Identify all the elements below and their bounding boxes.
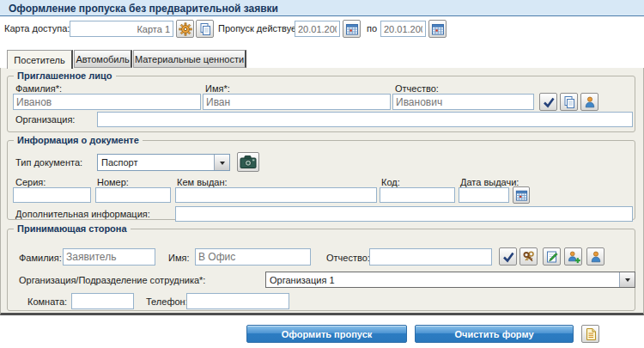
- clear-form-button[interactable]: Очистить форму: [415, 325, 574, 343]
- host-firstname-input[interactable]: [195, 248, 311, 266]
- code-input[interactable]: [380, 187, 455, 203]
- invited-lastname-input[interactable]: [13, 94, 201, 110]
- encode-card-button[interactable]: [176, 20, 194, 38]
- check-icon: [542, 95, 556, 109]
- document-info-legend: Информация о документе: [14, 135, 143, 146]
- host-middlename-label: Отчество:: [326, 253, 370, 264]
- valid-to-label: по: [367, 23, 377, 34]
- person-add-icon: [567, 250, 580, 264]
- copy-card-button[interactable]: [196, 20, 214, 38]
- date-to-calendar-button[interactable]: [428, 20, 447, 38]
- date-from-calendar-button[interactable]: [343, 20, 361, 38]
- doc-type-value: Паспорт: [101, 157, 138, 168]
- tab-visitor[interactable]: Посетитель: [7, 50, 73, 69]
- host-organization-select[interactable]: Организация 1: [265, 272, 635, 288]
- issue-date-input[interactable]: [459, 187, 509, 203]
- phone-input[interactable]: [186, 293, 289, 309]
- tab-vehicle-label: Автомобиль: [76, 54, 129, 64]
- confirm-host-button[interactable]: [499, 247, 517, 266]
- series-input[interactable]: [13, 187, 91, 203]
- select-person-button[interactable]: [580, 93, 598, 111]
- page-title: Оформление пропуска без предварительной …: [9, 3, 278, 15]
- card-access-input[interactable]: [70, 21, 173, 37]
- invited-firstname-input[interactable]: [203, 94, 391, 110]
- additional-info-input[interactable]: [175, 206, 633, 222]
- phone-label: Телефон:: [146, 296, 188, 308]
- host-organization-value: Организация 1: [270, 275, 335, 285]
- calendar-icon: [431, 22, 445, 36]
- host-lastname-label: Фамилия:: [19, 253, 62, 264]
- person-icon: [583, 95, 597, 109]
- edit-icon: [545, 250, 559, 264]
- calendar-icon: [345, 22, 359, 36]
- check-icon: [501, 250, 515, 264]
- doc-type-select[interactable]: Паспорт: [97, 154, 230, 171]
- doc-type-label: Тип документа:: [15, 157, 82, 168]
- chevron-down-icon: [214, 155, 229, 170]
- copy-invited-person-button[interactable]: [560, 93, 578, 111]
- host-lastname-input[interactable]: [63, 248, 155, 266]
- copy-icon: [198, 22, 212, 36]
- select-host-person-button[interactable]: [586, 247, 605, 266]
- camera-icon: [240, 155, 257, 169]
- date-to-input[interactable]: [380, 21, 426, 37]
- chevron-down-icon: [619, 272, 635, 287]
- host-party-legend: Принимающая сторона: [14, 223, 131, 235]
- gear-icon: [179, 22, 192, 36]
- card-access-label: Карта доступа:: [4, 23, 70, 34]
- calendar-icon: [515, 189, 528, 202]
- issue-pass-button[interactable]: Оформить пропуск: [246, 325, 407, 343]
- number-input[interactable]: [95, 187, 171, 203]
- keys-icon: [522, 250, 536, 264]
- issued-by-input[interactable]: [175, 187, 377, 203]
- room-label: Комната:: [27, 296, 67, 308]
- access-keys-button[interactable]: [519, 247, 538, 266]
- additional-info-label: Дополнительная информация:: [15, 209, 150, 220]
- report-button[interactable]: [581, 325, 599, 343]
- host-middlename-input[interactable]: [369, 248, 492, 266]
- document-icon: [585, 327, 597, 341]
- invited-person-legend: Приглашенное лицо: [14, 70, 116, 82]
- invited-organization-label: Организация:: [15, 114, 75, 125]
- host-firstname-label: Имя:: [168, 253, 189, 264]
- invited-organization-input[interactable]: [97, 112, 633, 127]
- copy-icon: [562, 95, 576, 109]
- room-input[interactable]: [71, 293, 134, 309]
- person-icon: [589, 250, 603, 264]
- edit-host-button[interactable]: [543, 247, 561, 266]
- tab-vehicle[interactable]: Автомобиль: [74, 50, 132, 68]
- invited-middlename-input[interactable]: [392, 94, 534, 110]
- tab-visitor-label: Посетитель: [14, 55, 64, 65]
- add-person-button[interactable]: [564, 247, 582, 266]
- tab-material-values-label: Материальные ценности: [135, 54, 244, 64]
- page-header: Оформление пропуска без предварительной …: [0, 0, 644, 16]
- pass-registration-window: Оформление пропуска без предварительной …: [0, 0, 644, 348]
- tab-material-values[interactable]: Материальные ценности: [133, 50, 246, 68]
- date-from-input[interactable]: [295, 21, 340, 37]
- confirm-invited-person-button[interactable]: [539, 93, 557, 111]
- host-organization-label: Организация/Подразделение сотрудника*:: [19, 275, 205, 286]
- issue-date-calendar-button[interactable]: [513, 186, 530, 204]
- photo-button[interactable]: [237, 152, 259, 172]
